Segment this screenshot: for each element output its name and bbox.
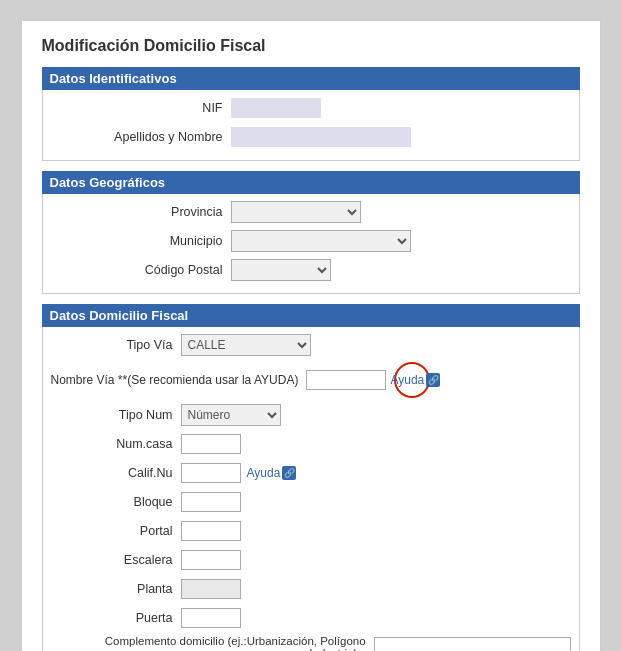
apellidos-row: Apellidos y Nombre (51, 125, 571, 149)
califnu-label: Calif.Nu (51, 466, 181, 480)
escalera-input[interactable] (181, 550, 241, 570)
tipo-num-row: Tipo Num Número (51, 403, 571, 427)
provincia-label: Provincia (51, 205, 231, 219)
escalera-label: Escalera (51, 553, 181, 567)
section-identificativos-body: NIF Apellidos y Nombre (42, 90, 580, 161)
puerta-input[interactable] (181, 608, 241, 628)
section-geograficos-body: Provincia Municipio Código Postal (42, 194, 580, 294)
nombre-via-row: Nombre Vía **(Se recomienda usar la AYUD… (51, 362, 571, 398)
bloque-row: Bloque (51, 490, 571, 514)
puerta-row: Puerta (51, 606, 571, 630)
apellidos-label: Apellidos y Nombre (51, 130, 231, 144)
provincia-select[interactable] (231, 201, 361, 223)
planta-label: Planta (51, 582, 181, 596)
section-domicilio-header: Datos Domicilio Fiscal (42, 304, 580, 327)
portal-label: Portal (51, 524, 181, 538)
cp-label: Código Postal (51, 263, 231, 277)
complemento-row: Complemento domicilio (ej.:Urbanización,… (51, 635, 571, 651)
nombre-via-input[interactable] (306, 370, 386, 390)
cp-row: Código Postal (51, 258, 571, 282)
califnu-ayuda-text: Ayuda (247, 466, 281, 480)
cp-select[interactable] (231, 259, 331, 281)
complemento-input[interactable] (374, 637, 571, 651)
numcasa-label: Num.casa (51, 437, 181, 451)
section-geograficos-header: Datos Geográficos (42, 171, 580, 194)
ayuda-icon: 🔗 (426, 373, 440, 387)
apellidos-value (231, 127, 411, 147)
tipo-via-row: Tipo Vía CALLE (51, 333, 571, 357)
tipo-num-select[interactable]: Número (181, 404, 281, 426)
califnu-input[interactable] (181, 463, 241, 483)
municipio-select[interactable] (231, 230, 411, 252)
portal-input[interactable] (181, 521, 241, 541)
ayuda-circle-decoration: Ayuda 🔗 (394, 362, 430, 398)
tipo-via-label: Tipo Vía (51, 338, 181, 352)
califnu-ayuda-icon: 🔗 (282, 466, 296, 480)
nombre-via-label: Nombre Vía **(Se recomienda usar la AYUD… (51, 373, 307, 387)
planta-row: Planta (51, 577, 571, 601)
numcasa-input[interactable] (181, 434, 241, 454)
municipio-row: Municipio (51, 229, 571, 253)
tipo-via-select[interactable]: CALLE (181, 334, 311, 356)
municipio-label: Municipio (51, 234, 231, 248)
califnu-ayuda-link[interactable]: Ayuda 🔗 (247, 466, 297, 480)
escalera-row: Escalera (51, 548, 571, 572)
puerta-label: Puerta (51, 611, 181, 625)
section-domicilio-body: Tipo Vía CALLE Nombre Vía **(Se recomien… (42, 327, 580, 651)
tipo-num-label: Tipo Num (51, 408, 181, 422)
numcasa-row: Num.casa (51, 432, 571, 456)
planta-input[interactable] (181, 579, 241, 599)
ayuda-link[interactable]: Ayuda 🔗 (390, 373, 440, 387)
nif-row: NIF (51, 96, 571, 120)
complemento-label: Complemento domicilio (ej.:Urbanización,… (51, 635, 374, 651)
page-title: Modificación Domicilio Fiscal (42, 37, 580, 55)
nif-label: NIF (51, 101, 231, 115)
bloque-input[interactable] (181, 492, 241, 512)
portal-row: Portal (51, 519, 571, 543)
provincia-row: Provincia (51, 200, 571, 224)
page-container: Modificación Domicilio Fiscal Datos Iden… (21, 20, 601, 651)
califnu-row: Calif.Nu Ayuda 🔗 (51, 461, 571, 485)
ayuda-text: Ayuda (390, 373, 424, 387)
bloque-label: Bloque (51, 495, 181, 509)
nif-value (231, 98, 321, 118)
section-identificativos-header: Datos Identificativos (42, 67, 580, 90)
